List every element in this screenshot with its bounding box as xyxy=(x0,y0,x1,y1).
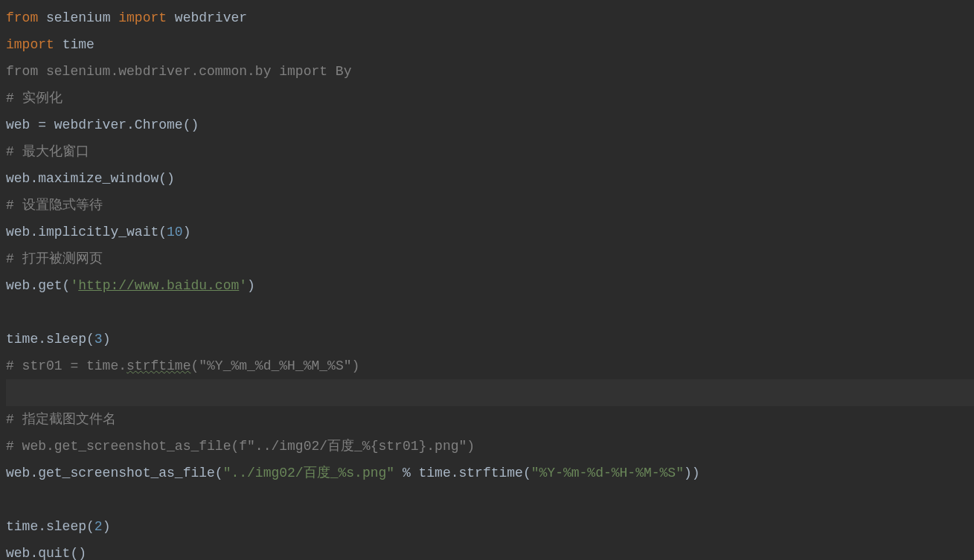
code-line[interactable]: # 设置隐式等待 xyxy=(6,192,974,219)
code-line[interactable]: # 最大化窗口 xyxy=(6,138,974,165)
code-token: web.maximize_window() xyxy=(6,171,175,186)
code-token: 3 xyxy=(94,332,103,347)
code-token: time.sleep( xyxy=(6,519,94,534)
code-token: http://www.baidu.com xyxy=(78,278,239,293)
code-token: # 设置隐式等待 xyxy=(6,198,103,213)
code-line[interactable] xyxy=(6,299,974,326)
code-line[interactable]: import time xyxy=(6,31,974,58)
code-token: webdriver xyxy=(175,10,247,25)
code-token: # str01 = time. xyxy=(6,358,126,373)
code-line[interactable]: web.get_screenshot_as_file("../img02/百度_… xyxy=(6,460,974,486)
code-token: % time.strftime( xyxy=(394,466,531,480)
code-token: import xyxy=(6,37,63,52)
code-token: ) xyxy=(183,225,191,239)
code-line[interactable]: web.maximize_window() xyxy=(6,165,974,192)
code-token: web.get_screenshot_as_file( xyxy=(6,466,223,480)
code-token: from xyxy=(6,10,46,25)
code-line[interactable]: # 指定截图文件名 xyxy=(6,406,974,433)
code-token: selenium xyxy=(46,10,118,25)
code-line[interactable]: from selenium.webdriver.common.by import… xyxy=(6,58,974,85)
code-line[interactable]: time.sleep(2) xyxy=(6,513,974,540)
code-token: # 最大化窗口 xyxy=(6,144,89,159)
code-line[interactable]: # web.get_screenshot_as_file(f"../img02/… xyxy=(6,433,974,460)
code-token: 2 xyxy=(94,519,103,534)
code-token: # web.get_screenshot_as_file(f"../img02/… xyxy=(6,439,475,454)
code-token: web.implicitly_wait( xyxy=(6,225,167,239)
code-line[interactable]: web.implicitly_wait(10) xyxy=(6,219,974,245)
code-line[interactable]: from selenium import webdriver xyxy=(6,4,974,31)
code-token: import xyxy=(118,10,175,25)
code-line[interactable]: # 实例化 xyxy=(6,85,974,112)
code-token: # 指定截图文件名 xyxy=(6,412,116,427)
code-token: "%Y-%m-%d-%H-%M-%S" xyxy=(531,466,684,480)
code-token: web.quit() xyxy=(6,546,86,560)
code-line[interactable] xyxy=(6,379,974,406)
code-token: # 实例化 xyxy=(6,91,63,106)
code-token: ' xyxy=(70,278,78,293)
code-line[interactable]: web.get('http://www.baidu.com') xyxy=(6,272,974,299)
code-token: ) xyxy=(103,332,111,347)
code-token: )) xyxy=(684,466,700,480)
code-token: ) xyxy=(247,278,255,293)
code-line[interactable]: web.quit() xyxy=(6,540,974,560)
code-line[interactable]: # 打开被测网页 xyxy=(6,245,974,272)
code-token: "../img02/百度_%s.png" xyxy=(223,466,394,480)
code-line[interactable]: time.sleep(3) xyxy=(6,326,974,353)
code-token: # 打开被测网页 xyxy=(6,251,103,266)
code-token: time xyxy=(63,37,94,52)
code-token: time.sleep( xyxy=(6,332,94,347)
code-token: strftime xyxy=(126,358,190,373)
code-token xyxy=(6,385,14,400)
code-editor[interactable]: from selenium import webdriverimport tim… xyxy=(0,0,974,560)
code-token: web = webdriver.Chrome() xyxy=(6,118,199,132)
code-token: from selenium.webdriver.common.by import… xyxy=(6,64,351,79)
code-token: ("%Y_%m_%d_%H_%M_%S") xyxy=(190,358,359,373)
code-token xyxy=(6,305,14,320)
code-line[interactable]: web = webdriver.Chrome() xyxy=(6,112,974,138)
code-token: 10 xyxy=(167,225,183,239)
code-token: ) xyxy=(103,519,111,534)
code-token: ' xyxy=(239,278,247,293)
code-token: web.get( xyxy=(6,278,70,293)
code-token xyxy=(6,492,14,507)
code-line[interactable] xyxy=(6,486,974,513)
code-line[interactable]: # str01 = time.strftime("%Y_%m_%d_%H_%M_… xyxy=(6,353,974,379)
